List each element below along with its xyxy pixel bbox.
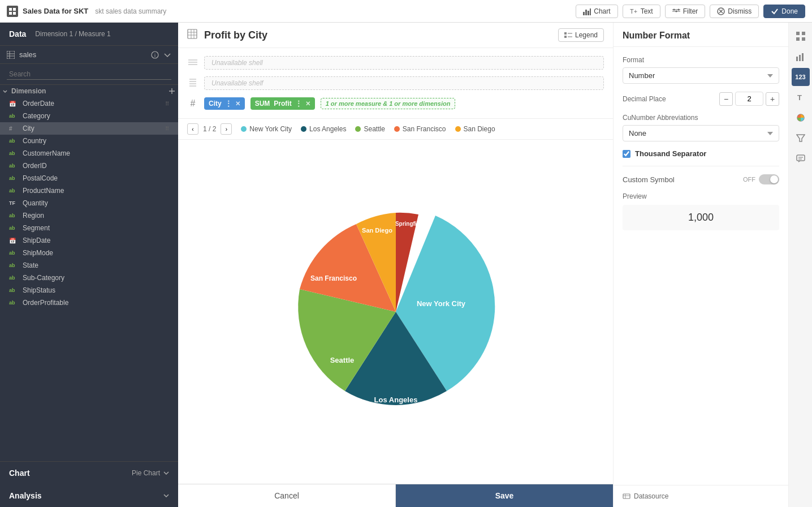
rail-color-btn[interactable] [792,109,810,127]
rail-chart-btn[interactable] [792,48,810,66]
legend-dot-sd [455,126,461,132]
text-button[interactable]: T+ Text [623,5,660,18]
sum-pill-options[interactable]: ⋮ [295,99,303,108]
prev-page-btn[interactable]: ‹ [187,123,198,135]
legend-seattle: Seattle [355,125,385,133]
done-button[interactable]: Done [763,5,805,18]
chart-type: Pie Chart [132,469,160,477]
sidebar-item-subcategory[interactable]: ab Sub-Category [0,272,178,284]
sidebar-item-productname[interactable]: ab ProductName [0,184,178,197]
svg-rect-1 [13,8,16,11]
sidebar-item-country[interactable]: ab Country [0,135,178,147]
rail-filter-btn[interactable] [792,129,810,147]
sidebar-bottom: Chart Pie Chart Analysis [0,461,178,507]
city-pill-close[interactable]: ✕ [235,100,240,108]
panel-body: Format Number Decimal Place − 2 + CuNumb… [614,47,788,485]
svg-rect-44 [796,32,800,35]
number-format-panel: Number Format Format Number Decimal Plac… [613,23,788,507]
cancel-button[interactable]: Cancel [178,484,396,507]
custom-symbol-toggle[interactable]: OFF [743,174,779,184]
topbar: Sales Data for SKT skt sales data summar… [0,0,812,23]
sidebar-item-orderdate[interactable]: 📅 OrderDate ⠿ [0,97,178,110]
sidebar-item-postalcode[interactable]: ab PostalCode [0,172,178,184]
legend-new-york: New York City [241,125,292,133]
preview-section: Preview 1,000 [623,192,779,230]
search-input[interactable] [7,69,171,80]
filter-button[interactable]: Filter [665,5,706,18]
toggle-track[interactable] [759,174,779,184]
drag-handle: ⠿ [165,101,169,107]
format-select[interactable]: Number [623,67,779,84]
sidebar-tab-data[interactable]: Data [9,29,26,38]
svg-rect-47 [802,37,805,41]
dismiss-button[interactable]: Dismiss [710,5,759,18]
hint-pill: 1 or more measure & 1 or more dimension [321,98,456,109]
save-button[interactable]: Save [396,484,613,507]
dimension-section-header[interactable]: Dimension [0,85,178,97]
shelf-icon-2 [187,78,198,89]
sidebar-item-customername[interactable]: ab CustomerName [0,147,178,160]
sidebar-item-region[interactable]: ab Region [0,209,178,222]
analysis-section[interactable]: Analysis [0,484,178,507]
sidebar-item-orderid[interactable]: ab OrderID [0,160,178,172]
sidebar-item-quantity[interactable]: TF Quantity [0,197,178,209]
sum-pill-close[interactable]: ✕ [305,100,310,108]
city-pill-options[interactable]: ⋮ [224,99,232,108]
datasource-button[interactable]: Datasource [614,485,788,507]
chart-button[interactable]: Chart [576,5,617,18]
shelf-1-placeholder: Unavailable shell [204,56,604,70]
chart-dropdown-icon [163,470,169,476]
next-page-btn[interactable]: › [221,123,232,135]
sidebar-items: Dimension 📅 OrderDate ⠿ ab Category # Ci… [0,85,178,461]
sidebar-item-state[interactable]: ab State [0,259,178,272]
svg-rect-25 [188,29,197,38]
rail-grid-btn[interactable] [792,27,810,45]
sidebar-item-shipstatus[interactable]: ab ShipStatus [0,284,178,297]
chart-section[interactable]: Chart Pie Chart [0,462,178,484]
rail-123-btn[interactable]: 123 [792,68,810,86]
decimal-increase-btn[interactable]: + [766,92,779,106]
sum-profit-pill[interactable]: SUM Profit ⋮ ✕ [250,97,315,110]
thousand-separator-checkbox[interactable] [623,150,630,158]
svg-text:i: i [154,53,156,58]
svg-rect-30 [564,32,567,35]
decimal-row: Decimal Place − 2 + [623,92,779,106]
sidebar-item-orderprofitable[interactable]: ab OrderProfitable [0,297,178,309]
decimal-value-input[interactable]: 2 [735,92,763,106]
city-pill[interactable]: City ⋮ ✕ [204,97,245,110]
format-label: Format [623,56,779,64]
dimension-label: Dimension [2,87,46,95]
svg-rect-3 [13,12,16,15]
add-dimension-icon[interactable] [168,87,176,95]
svg-rect-4 [583,12,585,15]
decimal-decrease-btn[interactable]: − [719,92,733,106]
shelf-row-2: Unavailable shelf [187,73,604,93]
legend-button[interactable]: Legend [558,28,604,42]
dropdown-icon[interactable] [163,51,171,59]
sidebar-item-segment[interactable]: ab Segment [0,222,178,234]
rail-text-btn[interactable]: T [792,88,810,106]
main-layout: Data Dimension 1 / Measure 1 sales i Dim… [0,23,812,507]
svg-rect-41 [623,494,630,499]
chart-legend-bar: ‹ 1 / 2 › New York City Los Angeles Seat… [178,119,613,140]
right-rail: 123 T [788,23,812,507]
decimal-label: Decimal Place [623,95,666,103]
svg-rect-6 [588,11,589,15]
sidebar: Data Dimension 1 / Measure 1 sales i Dim… [0,23,178,507]
sidebar-item-category[interactable]: ab Category [0,110,178,122]
sidebar-item-shipdate[interactable]: 📅 ShipDate [0,234,178,247]
preview-label: Preview [623,192,779,200]
label-new-york: New York City [416,299,465,308]
pie-chart-svg: New York City Los Angeles Seattle San Fr… [283,199,509,425]
toggle-thumb [770,175,778,183]
sidebar-tab-dim-measure[interactable]: Dimension 1 / Measure 1 [35,30,110,38]
svg-rect-54 [797,155,805,161]
abbreviations-select[interactable]: None [623,125,779,141]
info-icon[interactable]: i [151,51,159,59]
sidebar-item-city[interactable]: # City ⠿ [0,122,178,135]
shelf-2-placeholder: Unavailable shelf [204,76,604,90]
label-san-francisco: San Francisco [310,274,356,282]
rail-comment-btn[interactable] [792,149,810,167]
sidebar-item-shipmode[interactable]: ab ShipMode [0,247,178,259]
legend-dot-sf [394,126,400,132]
